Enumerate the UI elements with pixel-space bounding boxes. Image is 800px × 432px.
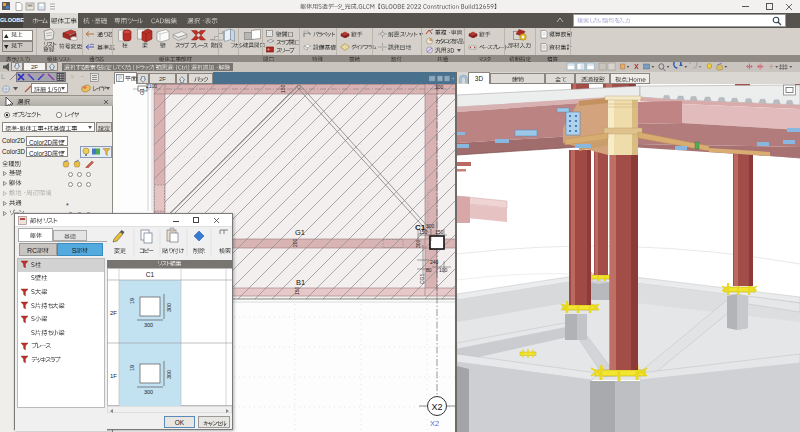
svg-text:2F: 2F: [110, 310, 117, 316]
svg-text:150: 150: [294, 286, 300, 295]
svg-text:X2: X2: [430, 419, 439, 428]
svg-text:200: 200: [292, 238, 298, 247]
svg-text:X2: X2: [431, 402, 442, 412]
svg-text:B1: B1: [296, 278, 305, 287]
svg-text:300: 300: [144, 389, 153, 395]
svg-text:19: 19: [129, 298, 135, 304]
svg-text:300: 300: [166, 303, 172, 312]
svg-text:G1: G1: [139, 88, 145, 95]
svg-text:G1: G1: [295, 228, 305, 237]
svg-text:100: 100: [435, 84, 444, 90]
svg-text:150: 150: [435, 229, 444, 235]
svg-text:2100: 2100: [146, 84, 157, 89]
svg-text:150: 150: [280, 84, 286, 93]
svg-text:CG1: CG1: [419, 274, 425, 285]
svg-text:300: 300: [166, 370, 172, 379]
svg-text:300: 300: [144, 322, 153, 328]
svg-text:80: 80: [426, 267, 432, 273]
svg-text:240: 240: [430, 259, 439, 265]
svg-text:C1: C1: [146, 271, 155, 278]
svg-text:19: 19: [129, 365, 135, 371]
svg-text:150: 150: [419, 229, 428, 235]
svg-text:1F: 1F: [110, 373, 117, 379]
svg-text:100: 100: [439, 267, 448, 273]
